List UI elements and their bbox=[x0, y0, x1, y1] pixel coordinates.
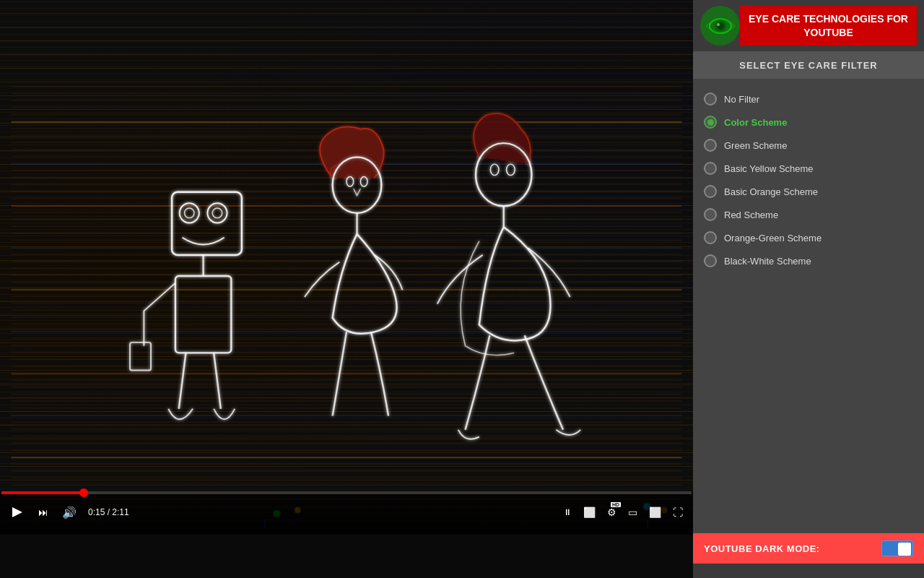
filter-label-color-scheme: Color Scheme bbox=[724, 117, 787, 128]
filter-label-green-scheme: Green Scheme bbox=[724, 140, 787, 151]
filter-section-label: SELECT EYE CARE FILTER bbox=[739, 60, 878, 71]
filter-option-basic-orange-scheme[interactable]: Basic Orange Scheme bbox=[704, 180, 913, 203]
subtitles-icon: ⬜ bbox=[583, 506, 596, 518]
app-title-area: EYE CARE TECHNOLOGIES FOR YOUTUBE bbox=[740, 6, 917, 46]
radio-color-scheme[interactable] bbox=[704, 116, 717, 129]
video-controls: ⏭ 🔊 0:15 / 2:11 ⏸ ⬜ ⚙ HD bbox=[0, 491, 693, 535]
filter-option-black-white-scheme[interactable]: Black-White Scheme bbox=[704, 249, 913, 272]
miniplayer-button[interactable]: ⬜ bbox=[646, 504, 664, 521]
dark-mode-bar: YOUTUBE DARK MODE: bbox=[693, 533, 924, 564]
play-icon bbox=[12, 507, 22, 517]
theater-icon: ▭ bbox=[628, 506, 637, 518]
filter-option-basic-yellow-scheme[interactable]: Basic Yellow Scheme bbox=[704, 157, 913, 180]
video-panel: ⏭ 🔊 0:15 / 2:11 ⏸ ⬜ ⚙ HD bbox=[0, 0, 693, 578]
dark-mode-label: YOUTUBE DARK MODE: bbox=[704, 543, 820, 554]
filter-options-container: No Filter Color Scheme Green Scheme Basi… bbox=[693, 79, 924, 533]
time-display: 0:15 / 2:11 bbox=[88, 507, 129, 517]
volume-button[interactable]: 🔊 bbox=[59, 502, 79, 522]
radio-green-scheme[interactable] bbox=[704, 139, 717, 152]
filter-option-red-scheme[interactable]: Red Scheme bbox=[704, 203, 913, 226]
title-line2: YOUTUBE bbox=[803, 27, 853, 38]
radio-orange-green-scheme[interactable] bbox=[704, 231, 717, 244]
progress-bar[interactable] bbox=[1, 491, 692, 494]
filter-label-orange-green-scheme: Orange-Green Scheme bbox=[724, 233, 821, 243]
radio-black-white-scheme[interactable] bbox=[704, 254, 717, 267]
app-logo bbox=[700, 6, 740, 46]
dark-mode-toggle[interactable] bbox=[881, 540, 913, 556]
app-title: EYE CARE TECHNOLOGIES FOR YOUTUBE bbox=[749, 12, 908, 38]
next-button[interactable]: ⏭ bbox=[33, 502, 53, 522]
fullscreen-icon: ⛶ bbox=[673, 506, 683, 518]
sidebar-panel: EYE CARE TECHNOLOGIES FOR YOUTUBE SELECT… bbox=[693, 0, 924, 578]
filter-label-basic-orange-scheme: Basic Orange Scheme bbox=[724, 186, 818, 197]
filter-option-orange-green-scheme[interactable]: Orange-Green Scheme bbox=[704, 226, 913, 249]
next-icon: ⏭ bbox=[38, 506, 48, 518]
radio-no-filter[interactable] bbox=[704, 92, 717, 105]
svg-point-40 bbox=[717, 23, 720, 26]
radio-inner-color-scheme bbox=[707, 119, 714, 126]
filter-label-no-filter: No Filter bbox=[724, 94, 759, 105]
filter-option-green-scheme[interactable]: Green Scheme bbox=[704, 134, 913, 157]
volume-icon: 🔊 bbox=[62, 506, 77, 519]
pause-indicator[interactable]: ⏸ bbox=[560, 504, 575, 520]
fullscreen-button[interactable]: ⛶ bbox=[670, 504, 686, 521]
radio-red-scheme[interactable] bbox=[704, 208, 717, 221]
filter-label-basic-yellow-scheme: Basic Yellow Scheme bbox=[724, 163, 814, 174]
toggle-knob bbox=[898, 543, 911, 556]
subtitles-button[interactable]: ⬜ bbox=[580, 504, 598, 521]
sidebar-bottom bbox=[693, 564, 924, 578]
title-line1: EYE CARE TECHNOLOGIES FOR bbox=[749, 13, 908, 25]
radio-basic-orange-scheme[interactable] bbox=[704, 185, 717, 198]
eye-logo-svg bbox=[702, 8, 738, 44]
filter-label-red-scheme: Red Scheme bbox=[724, 210, 778, 220]
filter-option-no-filter[interactable]: No Filter bbox=[704, 87, 913, 111]
filter-label-bar: SELECT EYE CARE FILTER bbox=[693, 51, 924, 79]
video-frame bbox=[0, 80, 693, 535]
filter-option-color-scheme[interactable]: Color Scheme bbox=[704, 111, 913, 134]
radio-basic-yellow-scheme[interactable] bbox=[704, 162, 717, 175]
sidebar-header: EYE CARE TECHNOLOGIES FOR YOUTUBE bbox=[693, 0, 924, 51]
miniplayer-icon: ⬜ bbox=[649, 506, 661, 518]
hd-badge: HD bbox=[611, 502, 621, 507]
filter-label-black-white-scheme: Black-White Scheme bbox=[724, 256, 811, 267]
settings-icon: ⚙ bbox=[607, 506, 616, 518]
play-button[interactable] bbox=[7, 502, 27, 522]
pause-icon: ⏸ bbox=[563, 507, 572, 517]
theater-button[interactable]: ▭ bbox=[625, 504, 640, 521]
settings-button[interactable]: ⚙ HD bbox=[604, 504, 619, 521]
progress-fill bbox=[1, 491, 84, 494]
